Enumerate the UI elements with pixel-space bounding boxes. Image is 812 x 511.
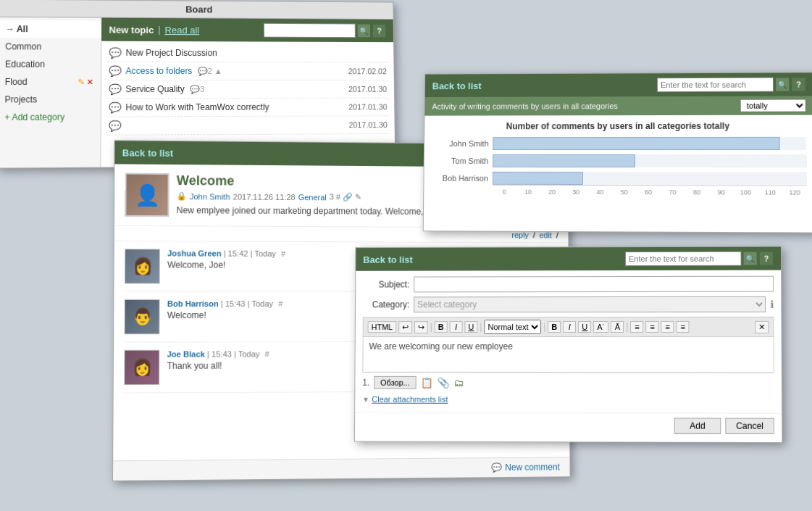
editor-highlight-btn[interactable]: Ā xyxy=(611,321,624,333)
chart-back-link[interactable]: Back to list xyxy=(432,80,482,91)
chart-axis-label: 80 xyxy=(685,188,709,196)
form-search-input[interactable] xyxy=(625,252,742,266)
board-topic-list: 💬 New Project Discussion 💬 Access to fol… xyxy=(101,41,395,138)
comment-author[interactable]: Joe Black xyxy=(167,349,205,358)
board-search-btn[interactable]: 🔍 xyxy=(357,24,372,38)
access-folders-link[interactable]: Access to folders xyxy=(125,66,192,76)
comment-day: Today xyxy=(238,349,260,358)
sidebar-item-education[interactable]: Education xyxy=(0,55,101,72)
editor-align-right-btn[interactable]: ≡ xyxy=(661,321,674,333)
table-row: 💬 Service Quality 💬3 2017.01.30 xyxy=(107,80,388,99)
action-sep: / xyxy=(533,230,535,239)
flood-edit-icon[interactable]: ✎ xyxy=(78,77,84,86)
attach-num: 1. xyxy=(362,378,369,388)
editor-color-btn[interactable]: A˙ xyxy=(593,321,608,333)
sidebar-add-category[interactable]: + Add category xyxy=(0,108,101,126)
editor-align-left-btn[interactable]: ≡ xyxy=(631,321,644,333)
clear-attachments-link[interactable]: Clear attachments list xyxy=(372,395,448,404)
attachment-row: 1. Обзор... 📋 📎 🗂 xyxy=(362,373,774,393)
attach-icon2[interactable]: 📎 xyxy=(437,377,449,389)
post-meta-icons: 3 # 🔗 ✎ xyxy=(330,192,361,202)
chart-title: Number of comments by users in all categ… xyxy=(432,121,806,132)
editor-b-btn[interactable]: B xyxy=(435,321,448,333)
board-header: Board xyxy=(0,0,393,20)
table-row: 💬 How to Work with TeamWox correctly 201… xyxy=(107,99,389,117)
form-help-btn[interactable]: ? xyxy=(759,252,774,266)
form-subject-row: Subject: xyxy=(363,276,774,293)
editor-undo-btn[interactable]: ↩ xyxy=(398,321,412,333)
topic-date: 2017.01.30 xyxy=(348,103,388,112)
add-btn[interactable]: Add xyxy=(674,417,721,433)
chart-search-input[interactable] xyxy=(657,78,774,93)
comment-avatar: 👨 xyxy=(124,299,159,335)
editor-area[interactable]: We are welcoming our new employee xyxy=(362,336,774,373)
comment-hash[interactable]: # xyxy=(278,299,282,308)
editor-bold2-btn[interactable]: B xyxy=(548,321,561,333)
chart-bar xyxy=(493,137,780,150)
avatar-face: 👨 xyxy=(132,307,152,326)
form-search-btn[interactable]: 🔍 xyxy=(743,252,758,266)
form-back-link[interactable]: Back to list xyxy=(363,254,413,265)
editor-u-btn[interactable]: U xyxy=(465,321,478,333)
category-label: Category: xyxy=(363,299,409,309)
form-actions: Add Cancel xyxy=(355,412,782,439)
chart-help-btn[interactable]: ? xyxy=(791,77,805,91)
chart-bar xyxy=(493,172,583,185)
cancel-btn[interactable]: Cancel xyxy=(725,418,774,434)
toolbar-sep: | xyxy=(158,25,160,35)
editor-close-btn[interactable]: ✕ xyxy=(755,320,769,333)
chart-search-btn[interactable]: 🔍 xyxy=(775,78,790,92)
editor-format-select[interactable]: Normal text xyxy=(485,320,542,334)
board-help-btn[interactable]: ? xyxy=(372,24,387,38)
lock-icon: 🔒 xyxy=(177,191,187,201)
topic-date: 2017.02.02 xyxy=(348,67,387,75)
topic-title xyxy=(125,125,344,125)
chart-filter-select[interactable]: totally xyxy=(740,99,806,112)
editor-html-btn[interactable]: HTML xyxy=(368,321,397,333)
editor-redo-btn[interactable]: ↪ xyxy=(414,321,428,333)
category-select[interactable]: Select category xyxy=(414,296,766,312)
board-search-input[interactable] xyxy=(264,23,356,38)
comment-author[interactable]: Bob Harrison xyxy=(167,299,219,308)
chart-user-label: Tom Smith xyxy=(432,157,489,165)
editor-align-center-btn[interactable]: ≡ xyxy=(646,321,659,333)
reply-link[interactable]: reply xyxy=(511,230,528,239)
comment-hash[interactable]: # xyxy=(281,249,285,258)
topic-icon: 💬 xyxy=(109,120,121,131)
sidebar-item-flood[interactable]: Flood ✎ ✕ xyxy=(0,73,101,91)
chart-axis-label: 40 xyxy=(588,188,612,196)
chart-area: Number of comments by users in all categ… xyxy=(424,115,812,202)
editor-underline2-btn[interactable]: U xyxy=(578,321,591,333)
chart-axis-label: 30 xyxy=(564,188,588,196)
attach-icon3[interactable]: 🗂 xyxy=(453,377,464,389)
chart-row: John Smith xyxy=(432,137,807,150)
editor-i-btn[interactable]: I xyxy=(450,321,463,333)
chart-axis: 0 10 20 30 40 50 60 70 80 90 100 110 120 xyxy=(493,185,807,196)
subject-input[interactable] xyxy=(414,276,774,293)
topic-meta: 💬3 xyxy=(190,85,204,94)
read-all-link[interactable]: Read all xyxy=(164,25,199,36)
editor-italic2-btn[interactable]: I xyxy=(563,321,576,333)
editor-align-justify-btn[interactable]: ≡ xyxy=(677,321,690,333)
sidebar-item-projects[interactable]: Projects xyxy=(0,91,101,109)
comment-author[interactable]: Joshua Green xyxy=(167,249,221,257)
comment-hash[interactable]: # xyxy=(265,349,269,358)
form-search: 🔍 ? xyxy=(625,252,774,266)
attach-icon1[interactable]: 📋 xyxy=(421,377,433,389)
edit-link[interactable]: edit xyxy=(540,230,552,239)
chart-subheader: Activity of writing comments by users in… xyxy=(425,96,812,115)
topic-meta: 💬2 ▲ xyxy=(198,67,222,75)
flood-delete-icon[interactable]: ✕ xyxy=(87,77,93,86)
chart-panel: Back to list 🔍 ? Activity of writing com… xyxy=(423,72,812,233)
sidebar-item-common[interactable]: Common xyxy=(0,38,101,56)
post-author-name[interactable]: John Smith xyxy=(190,192,230,201)
new-topic-label[interactable]: New topic xyxy=(109,24,154,35)
new-comment-btn[interactable]: 💬 New comment xyxy=(492,462,560,473)
browse-btn[interactable]: Обзор... xyxy=(374,376,417,389)
sidebar-item-all[interactable]: → All xyxy=(0,20,101,38)
chart-bar-container xyxy=(493,137,806,150)
chart-axis-label: 120 xyxy=(782,189,807,196)
post-back-link[interactable]: Back to list xyxy=(122,147,174,159)
post-category[interactable]: General xyxy=(298,193,327,202)
editor-sep3: | xyxy=(543,322,545,332)
